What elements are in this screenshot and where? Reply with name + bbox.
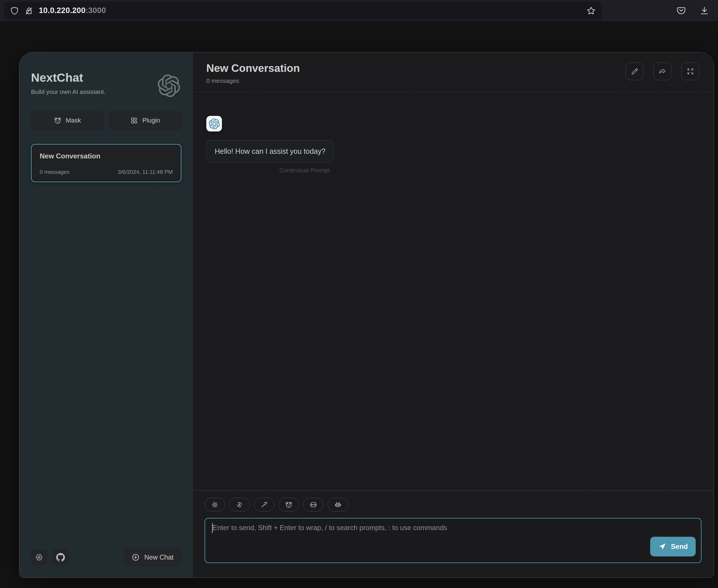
- assistant-message: Hello! How can I assist you today? Conte…: [206, 140, 334, 174]
- model-robot-button[interactable]: [328, 498, 348, 511]
- settings-hexagon-icon: [35, 553, 43, 562]
- paper-plane-icon: [658, 543, 666, 551]
- mask-button[interactable]: Mask: [31, 111, 104, 130]
- pencil-icon: [630, 67, 639, 76]
- gear-icon: [211, 501, 219, 509]
- chat-header: New Conversation 0 messages: [193, 52, 714, 92]
- shortcut-key-button[interactable]: [303, 498, 324, 511]
- share-button[interactable]: [653, 62, 671, 80]
- mask-face-icon: [285, 501, 293, 509]
- chat-main: New Conversation 0 messages: [193, 52, 714, 578]
- sidebar: NextChat Build your own AI assistant. Ma…: [19, 52, 193, 578]
- lock-insecure-icon[interactable]: [24, 6, 34, 15]
- nextchat-window: NextChat Build your own AI assistant. Ma…: [19, 52, 714, 578]
- robot-icon: [334, 501, 342, 509]
- send-button[interactable]: Send: [650, 537, 696, 556]
- fullscreen-button[interactable]: [681, 62, 699, 80]
- chat-list: New Conversation 0 messages 3/6/2024, 11…: [31, 144, 181, 548]
- github-icon: [56, 553, 65, 562]
- text-caret: [212, 523, 213, 533]
- send-button-label: Send: [671, 543, 688, 551]
- url-port: :3000: [85, 6, 106, 15]
- message-list: Hello! How can I assist you today? Conte…: [193, 92, 714, 490]
- assistant-avatar: [206, 116, 222, 131]
- plugin-grid-icon: [130, 117, 138, 125]
- chat-item-count: 0 messages: [40, 169, 69, 175]
- browser-bar: 10.0.220.200:3000: [0, 0, 718, 21]
- fullscreen-icon: [686, 67, 695, 76]
- github-button[interactable]: [53, 549, 69, 565]
- chat-settings-button[interactable]: [205, 498, 225, 511]
- plugin-button-label: Plugin: [142, 117, 160, 124]
- url-bar[interactable]: 10.0.220.200:3000: [4, 2, 601, 20]
- chat-list-item-selected[interactable]: New Conversation 0 messages 3/6/2024, 11…: [31, 144, 181, 182]
- mask-icon: [54, 117, 62, 125]
- share-icon: [658, 67, 667, 76]
- magic-wand-icon: [260, 501, 268, 509]
- shield-icon[interactable]: [10, 6, 19, 15]
- url-host: 10.0.220.200:3000: [39, 6, 106, 15]
- chat-item-title: New Conversation: [40, 152, 173, 160]
- plugin-button[interactable]: Plugin: [109, 111, 182, 130]
- rename-button[interactable]: [625, 62, 643, 80]
- bookmark-star-icon[interactable]: [587, 6, 596, 15]
- chat-subtitle: 0 messages: [206, 77, 300, 84]
- input-panel: Send: [193, 490, 714, 578]
- auto-theme-icon: [235, 501, 243, 509]
- openai-logo-icon: [158, 75, 180, 97]
- message-input-box: Send: [205, 518, 701, 563]
- mask-toolbar-button[interactable]: [279, 498, 299, 511]
- chat-item-time: 3/6/2024, 11:11:48 PM: [118, 169, 173, 175]
- theme-button[interactable]: [229, 498, 250, 511]
- mask-button-label: Mask: [66, 117, 81, 124]
- chat-title: New Conversation: [206, 62, 300, 75]
- message-bubble: Hello! How can I assist you today?: [206, 140, 334, 163]
- plus-circle-icon: [131, 553, 140, 562]
- openai-avatar-icon: [209, 119, 220, 129]
- chat-toolbar: [205, 498, 701, 511]
- frame-wave-icon: [309, 501, 317, 509]
- download-icon[interactable]: [699, 6, 709, 16]
- new-chat-button[interactable]: New Chat: [123, 548, 181, 567]
- settings-button[interactable]: [31, 549, 47, 565]
- contextual-prompt-label: Contextual Prompt: [206, 167, 334, 174]
- new-chat-button-label: New Chat: [144, 553, 173, 561]
- message-input[interactable]: [205, 519, 701, 563]
- pocket-icon[interactable]: [676, 6, 686, 16]
- prompt-wand-button[interactable]: [254, 498, 274, 511]
